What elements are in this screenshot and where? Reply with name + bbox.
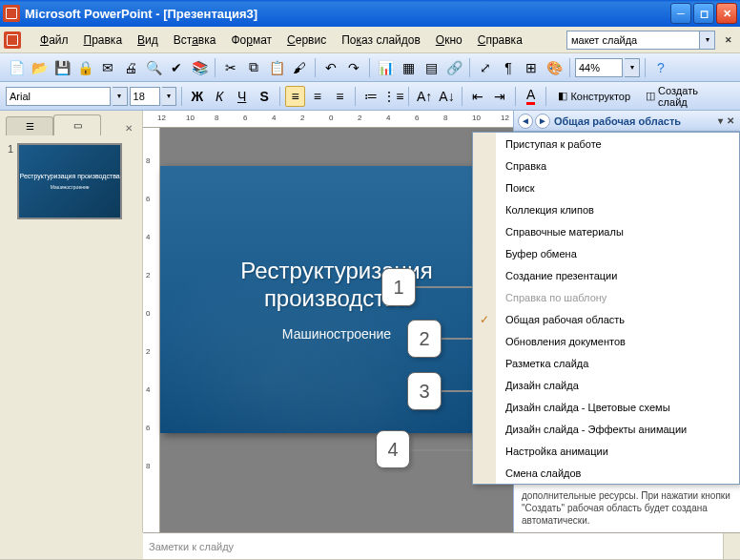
new-slide-button[interactable]: ◫ Создать слайд xyxy=(639,82,734,111)
slide-subtitle: Машиностроение xyxy=(282,326,391,342)
menu-окно[interactable]: Окно xyxy=(428,31,470,50)
italic-icon[interactable]: К xyxy=(210,86,230,107)
callout-3: 3 xyxy=(407,372,442,410)
bold-icon[interactable]: Ж xyxy=(187,86,207,107)
copy-icon[interactable]: ⧉ xyxy=(243,57,264,78)
taskpane-menu-item[interactable]: Коллекция клипов xyxy=(473,198,739,220)
menu-справка[interactable]: Справка xyxy=(470,31,530,50)
expand-icon[interactable]: ⤢ xyxy=(475,57,496,78)
format-painter-icon[interactable]: 🖌 xyxy=(289,57,310,78)
open-icon[interactable]: 📂 xyxy=(29,57,50,78)
research-icon[interactable]: 📚 xyxy=(189,57,210,78)
shadow-icon[interactable]: S xyxy=(254,86,274,107)
task-pane: ◄ ► Общая рабочая область ▾ ✕ Приступая … xyxy=(513,111,740,532)
taskpane-menu-item[interactable]: Создание презентации xyxy=(473,264,739,286)
taskpane-menu-item[interactable]: Разметка слайда xyxy=(473,352,739,374)
paste-icon[interactable]: 📋 xyxy=(266,57,287,78)
thumb-subtitle: Машиностроение xyxy=(51,184,90,190)
align-right-icon[interactable]: ≡ xyxy=(330,86,350,107)
taskpane-menu-item[interactable]: Дизайн слайда - Эффекты анимации xyxy=(473,418,739,440)
menu-показ слайдов[interactable]: Показ слайдов xyxy=(334,31,428,50)
task-pane-info-text: дополнительные ресурсы. При нажатии кноп… xyxy=(522,489,732,527)
taskpane-menu-item[interactable]: Дизайн слайда xyxy=(473,374,739,396)
redo-icon[interactable]: ↷ xyxy=(343,57,364,78)
task-pane-close-icon[interactable]: ✕ xyxy=(725,115,736,126)
preview-icon[interactable]: 🔍 xyxy=(143,57,164,78)
underline-icon[interactable]: Ч xyxy=(232,86,252,107)
increase-font-icon[interactable]: A↑ xyxy=(414,86,434,107)
help-search-input[interactable] xyxy=(566,31,700,50)
taskpane-menu-item[interactable]: Дизайн слайда - Цветовые схемы xyxy=(473,396,739,418)
task-pane-forward-icon[interactable]: ► xyxy=(535,114,550,129)
taskpane-menu-item: Справка по шаблону xyxy=(473,286,739,308)
menu-вставка[interactable]: Вставка xyxy=(166,31,224,50)
save-icon[interactable]: 💾 xyxy=(51,57,72,78)
hyperlink-icon[interactable]: 🔗 xyxy=(443,57,464,78)
font-color-icon[interactable]: A xyxy=(521,86,541,107)
show-formatting-icon[interactable]: ¶ xyxy=(498,57,519,78)
font-input[interactable] xyxy=(6,87,111,106)
decrease-font-icon[interactable]: A↓ xyxy=(437,86,457,107)
designer-icon: ◧ xyxy=(558,90,567,102)
menu-формат[interactable]: Формат xyxy=(223,31,279,50)
taskpane-menu-item[interactable]: ✓Общая рабочая область xyxy=(473,308,739,330)
taskpane-menu-item[interactable]: Смена слайдов xyxy=(473,462,739,484)
taskpane-menu-item[interactable]: Справка xyxy=(473,155,739,176)
chart-icon[interactable]: 📊 xyxy=(375,57,396,78)
menu-правка[interactable]: Правка xyxy=(76,31,131,50)
slide[interactable]: Реструктуризацияпроизводства Машинострое… xyxy=(160,166,513,433)
cut-icon[interactable]: ✂ xyxy=(220,57,241,78)
taskpane-menu-item[interactable]: Приступая к работе xyxy=(473,133,739,155)
zoom-input[interactable] xyxy=(575,58,623,77)
increase-indent-icon[interactable]: ⇥ xyxy=(490,86,510,107)
task-pane-dropdown-icon[interactable]: ▾ xyxy=(716,115,725,126)
doc-close-button[interactable]: ✕ xyxy=(721,32,736,48)
taskpane-menu-item[interactable]: Поиск xyxy=(473,176,739,198)
font-size-input[interactable] xyxy=(130,87,160,106)
font-size-dropdown[interactable]: ▾ xyxy=(162,87,177,106)
taskpane-menu-item[interactable]: Буфер обмена xyxy=(473,242,739,264)
numbering-icon[interactable]: ≔ xyxy=(360,86,380,107)
maximize-button[interactable]: ◻ xyxy=(693,3,714,24)
horizontal-ruler: 12108642024681012 xyxy=(143,111,513,128)
taskpane-menu-item[interactable]: Настройка анимации xyxy=(473,440,739,462)
align-center-icon[interactable]: ≡ xyxy=(307,86,327,107)
designer-button[interactable]: ◧ Конструктор xyxy=(551,87,637,105)
slide-thumbnail[interactable]: Реструктуризация производства Машиностро… xyxy=(17,143,122,219)
doc-icon xyxy=(4,31,21,49)
spelling-icon[interactable]: ✔ xyxy=(166,57,187,78)
table-icon[interactable]: ▦ xyxy=(398,57,419,78)
slide-canvas-area[interactable]: Реструктуризацияпроизводства Машинострое… xyxy=(160,128,513,532)
minimize-button[interactable]: ─ xyxy=(670,3,691,24)
formatting-toolbar: ▾ ▾ Ж К Ч S ≡ ≡ ≡ ≔ ⋮≡ A↑ A↓ ⇤ ⇥ A ◧ Кон… xyxy=(0,82,740,111)
close-button[interactable]: ✕ xyxy=(716,3,737,24)
task-pane-back-icon[interactable]: ◄ xyxy=(518,114,533,129)
taskpane-menu-item[interactable]: Обновления документов xyxy=(473,330,739,352)
decrease-indent-icon[interactable]: ⇤ xyxy=(467,86,487,107)
align-left-icon[interactable]: ≡ xyxy=(285,86,305,107)
notes-input[interactable] xyxy=(143,533,723,559)
outline-tab[interactable]: ☰ xyxy=(6,116,53,135)
menu-файл[interactable]: Файл xyxy=(32,31,76,50)
notes-pane xyxy=(143,532,740,559)
taskpane-menu-item[interactable]: Справочные материалы xyxy=(473,220,739,242)
menu-сервис[interactable]: Сервис xyxy=(279,31,334,50)
grid-icon[interactable]: ⊞ xyxy=(521,57,542,78)
permission-icon[interactable]: 🔒 xyxy=(74,57,95,78)
print-icon[interactable]: 🖨 xyxy=(120,57,141,78)
slide-panel-close[interactable]: ✕ xyxy=(121,120,136,135)
email-icon[interactable]: ✉ xyxy=(97,57,118,78)
zoom-dropdown[interactable]: ▾ xyxy=(625,58,640,77)
bullets-icon[interactable]: ⋮≡ xyxy=(382,86,403,107)
font-dropdown[interactable]: ▾ xyxy=(113,87,128,106)
tables-borders-icon[interactable]: ▤ xyxy=(421,57,442,78)
slides-tab[interactable]: ▭ xyxy=(53,114,101,135)
notes-scrollbar[interactable] xyxy=(723,533,740,559)
menu-вид[interactable]: Вид xyxy=(130,31,166,50)
help-icon[interactable]: ? xyxy=(650,57,671,78)
undo-icon[interactable]: ↶ xyxy=(320,57,341,78)
help-search-dropdown[interactable]: ▾ xyxy=(700,31,715,50)
new-icon[interactable]: 📄 xyxy=(6,57,27,78)
task-pane-title[interactable]: Общая рабочая область xyxy=(554,115,716,127)
color-icon[interactable]: 🎨 xyxy=(544,57,565,78)
